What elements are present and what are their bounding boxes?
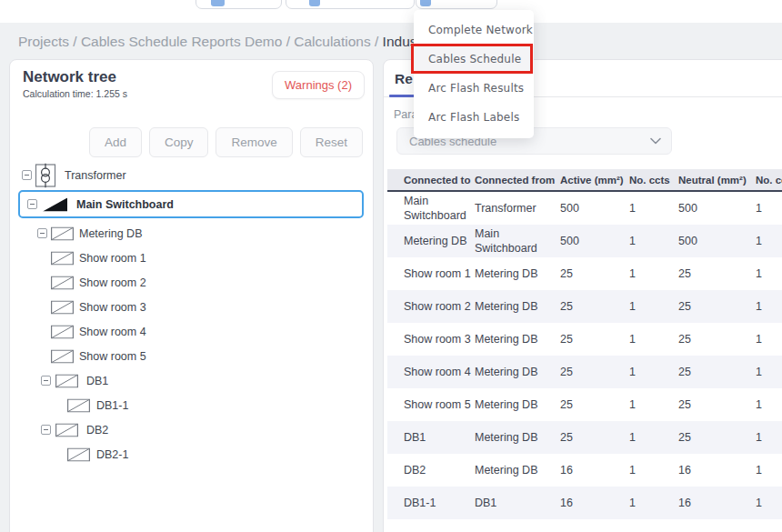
toolbar-button-1[interactable] [196,0,282,9]
cell-neutral: 25 [678,430,691,445]
menu-item-cables-schedule[interactable]: Cables Schedule [414,45,534,74]
menu-item-complete-network[interactable]: Complete Network [414,15,534,45]
tree-item-db1-1[interactable]: DB1-1 [10,393,373,417]
tree-item-label: Show room 3 [79,301,146,314]
chevron-down-icon [650,137,661,145]
remove-button[interactable]: Remove [216,127,292,157]
tree-item-main-switchboard-selected[interactable]: Main Switchboard [18,190,364,218]
table-row[interactable]: Metering DB Main Switchboard 500 1 500 1 [387,225,782,257]
column-header-neutral-mm2[interactable]: Neutral (mm²) [678,175,747,186]
column-header-no-ccts-2[interactable]: No. ccts [756,175,782,186]
cell-connected-to: Main Switchboard [404,194,475,224]
busbar-icon [51,276,74,289]
cell-no-ccts-2: 1 [756,201,762,216]
collapse-toggle-icon[interactable] [37,228,47,238]
cell-connected-from: Metering DB [475,430,555,445]
tree-item-label: Show room 5 [79,350,146,363]
cell-active: 25 [560,430,573,445]
tree-toolbar: Add Copy Remove Reset [89,127,363,157]
tree-item-show-room-1[interactable]: Show room 1 [10,246,373,270]
table-row[interactable]: Show room 2 Metering DB 25 1 25 1 [387,290,782,323]
table-row[interactable]: DB1-1 DB1 16 1 16 1 [387,487,782,519]
table-row[interactable]: Show room 3 Metering DB 25 1 25 1 [387,323,782,356]
cell-neutral: 25 [678,365,691,379]
tree-item-show-room-5[interactable]: Show room 5 [10,344,373,368]
table-row[interactable]: Show room 1 Metering DB 25 1 25 1 [387,257,782,290]
cell-no-ccts-2: 1 [756,266,762,281]
cell-active: 16 [560,496,573,510]
toolbar-button-3-icon [420,0,431,6]
cell-connected-from: Metering DB [475,463,555,477]
cell-no-ccts: 1 [629,299,636,314]
tree-item-transformer[interactable]: Transformer [10,162,373,188]
tree-item-label: Transformer [65,169,126,182]
breadcrumb-path[interactable]: Projects / Cables Schedule Reports Demo … [18,34,383,49]
column-header-connected-to[interactable]: Connected to [404,175,470,186]
cell-active: 16 [560,463,573,477]
collapse-toggle-icon[interactable] [27,199,37,209]
busbar-icon [51,300,74,314]
cell-no-ccts: 1 [629,496,636,510]
cell-active: 25 [560,332,573,346]
cell-no-ccts-2: 1 [756,365,762,379]
tree-item-label: DB2-1 [96,448,128,461]
table-row[interactable]: Show room 4 Metering DB 25 1 25 1 [387,356,782,388]
add-button[interactable]: Add [89,127,142,157]
column-header-connected-from[interactable]: Connected from [475,175,555,186]
tree-item-label: Show room 4 [79,326,146,338]
cell-connected-from: Transformer [475,201,555,216]
tree-item-show-room-4[interactable]: Show room 4 [10,319,373,344]
cell-no-ccts: 1 [629,430,636,445]
cell-connected-to: DB1-1 [404,496,475,510]
cell-active: 25 [560,397,573,412]
tree-item-db2[interactable]: DB2 [10,417,373,442]
top-toolbar [0,0,782,23]
tree-item-metering-db[interactable]: Metering DB [10,221,373,246]
transformer-icon [35,163,56,187]
column-header-active-mm2[interactable]: Active (mm²) [560,175,624,186]
table-row[interactable]: DB1 Metering DB 25 1 25 1 [387,421,782,454]
cell-connected-from: Metering DB [475,365,555,379]
table-row[interactable]: DB2 Metering DB 16 1 16 1 [387,454,782,487]
tree-item-label: Metering DB [79,227,142,240]
cell-connected-to: DB2 [404,463,475,477]
menu-item-arc-flash-labels[interactable]: Arc Flash Labels [414,103,534,132]
cell-no-ccts-2: 1 [756,430,762,445]
toolbar-button-2[interactable] [286,0,415,9]
tree-item-db1[interactable]: DB1 [10,368,373,393]
cell-no-ccts: 1 [629,365,636,379]
cell-connected-to: DB1 [404,430,475,445]
cell-active: 500 [560,234,579,248]
column-header-no-ccts[interactable]: No. ccts [629,175,670,186]
tree-item-db2-1[interactable]: DB2-1 [10,442,373,467]
copy-button[interactable]: Copy [149,127,209,157]
warnings-button[interactable]: Warnings (2) [272,71,365,99]
cell-active: 25 [560,299,573,314]
cell-connected-to: Metering DB [404,234,475,248]
cell-neutral: 16 [678,463,691,477]
busbar-icon [51,226,74,240]
cell-no-ccts: 1 [629,463,636,477]
network-tree-panel: Network tree Calculation time: 1.255 s W… [9,59,374,532]
tree-item-label: Show room 2 [79,276,146,289]
results-tab[interactable]: Re [395,71,413,87]
busbar-icon [55,423,78,437]
tree-item-label: DB1 [86,375,108,387]
busbar-icon [67,398,90,412]
collapse-toggle-icon[interactable] [41,376,51,386]
table-header-row: Connected to Connected from Active (mm²)… [387,169,782,192]
cell-neutral: 500 [678,234,697,248]
reset-button[interactable]: Reset [300,127,363,157]
table-row[interactable]: Show room 5 Metering DB 25 1 25 1 [387,388,782,421]
cell-connected-from: Metering DB [475,299,555,314]
collapse-toggle-icon[interactable] [41,425,51,435]
tree-item-show-room-3[interactable]: Show room 3 [10,295,373,319]
reports-dropdown-menu: Complete Network Cables Schedule Arc Fla… [414,10,534,138]
breadcrumb[interactable]: Projects / Cables Schedule Reports Demo … [18,34,436,50]
table-row[interactable]: Main Switchboard Transformer 500 1 500 1 [387,192,782,225]
tree-item-show-room-2[interactable]: Show room 2 [10,270,373,295]
tree-item-label: DB1-1 [96,399,128,412]
collapse-toggle-icon[interactable] [22,170,32,180]
menu-item-arc-flash-results[interactable]: Arc Flash Results [414,74,534,103]
cell-active: 500 [560,201,579,216]
